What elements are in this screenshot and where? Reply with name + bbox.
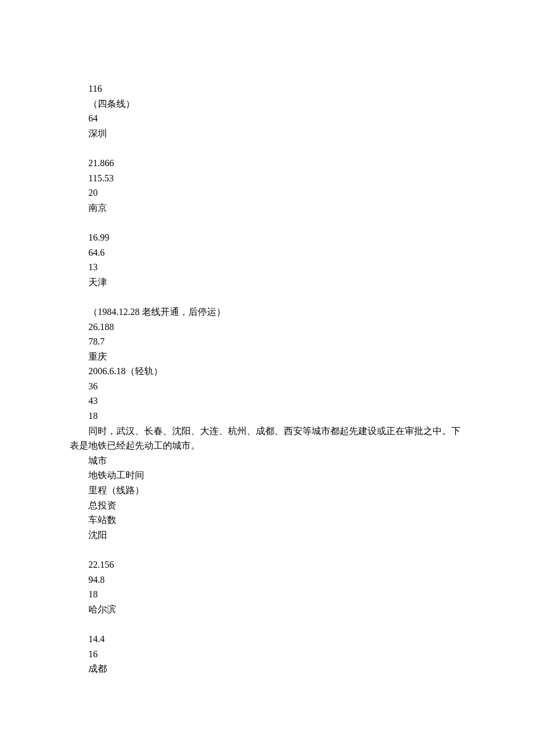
blank-line: [70, 141, 465, 156]
city-harbin: 哈尔滨: [70, 602, 465, 617]
city-shenzhen: 深圳: [70, 126, 465, 141]
blank-line: [70, 215, 465, 230]
paragraph-intro: 同时，武汉、长春、沈阳、大连、杭州、成都、西安等城市都起先建设或正在审批之中。下…: [70, 424, 465, 453]
value-line: 64.6: [70, 245, 465, 260]
note-old-line: （1984.12.28 老线开通，后停运）: [70, 304, 465, 320]
header-investment: 总投资: [70, 498, 465, 513]
city-chengdu: 成都: [70, 661, 465, 676]
value-line: 115.53: [70, 171, 465, 186]
value-line: 18: [70, 587, 465, 602]
value-line: 16: [70, 647, 465, 662]
blank-line: [70, 289, 465, 304]
note-light-rail: 2006.6.18（轻轨）: [70, 364, 465, 379]
blank-line: [70, 542, 465, 557]
header-mileage: 里程（线路）: [70, 483, 465, 498]
value-line: 22.156: [70, 557, 465, 572]
value-line: 21.866: [70, 156, 465, 171]
value-line: 16.99: [70, 230, 465, 245]
value-line: 116: [70, 81, 465, 96]
header-city: 城市: [70, 453, 465, 468]
city-chongqing: 重庆: [70, 349, 465, 364]
city-shenyang: 沈阳: [70, 528, 465, 543]
note-four-lines: （四条线）: [70, 96, 465, 112]
value-line: 14.4: [70, 632, 465, 647]
value-line: 94.8: [70, 572, 465, 587]
header-start-date: 地铁动工时间: [70, 468, 465, 483]
value-line: 64: [70, 111, 465, 126]
value-line: 78.7: [70, 334, 465, 349]
value-line: 13: [70, 260, 465, 275]
document-page: 116 （四条线） 64 深圳 21.866 115.53 20 南京 16.9…: [0, 0, 535, 756]
value-line: 43: [70, 393, 465, 409]
blank-line: [70, 617, 465, 632]
city-tianjin: 天津: [70, 275, 465, 290]
value-line: 36: [70, 379, 465, 394]
value-line: 26.188: [70, 320, 465, 335]
header-stations: 车站数: [70, 513, 465, 528]
value-line: 18: [70, 409, 465, 424]
city-nanjing: 南京: [70, 200, 465, 216]
value-line: 20: [70, 185, 465, 200]
